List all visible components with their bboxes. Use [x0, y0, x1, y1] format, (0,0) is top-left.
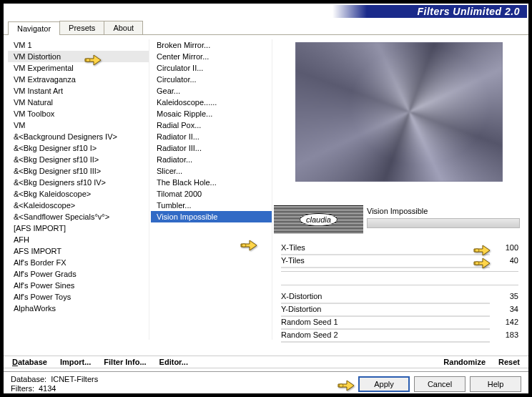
filter-info-link[interactable]: Filter Info... — [104, 358, 146, 366]
filter-item[interactable]: Center Mirror... — [151, 51, 272, 62]
filter-item[interactable]: Circulator... — [151, 74, 272, 85]
category-item[interactable]: VM Toolbox — [8, 108, 149, 119]
filter-item[interactable]: Slicer... — [151, 165, 272, 177]
filter-column: Broken Mirror...Center Mirror...Circulat… — [151, 39, 272, 353]
tab-about[interactable]: About — [104, 21, 143, 34]
preview-image — [295, 42, 503, 182]
param-row[interactable]: X-Tiles100 — [281, 241, 518, 254]
category-item[interactable]: Alf's Power Grads — [8, 268, 149, 280]
param-row[interactable]: Y-Distortion34 — [281, 303, 518, 315]
category-item[interactable]: Alf's Power Toys — [8, 291, 149, 303]
category-item[interactable]: VM Natural — [8, 97, 149, 108]
param-value: 40 — [490, 256, 518, 265]
category-item[interactable]: AFH — [8, 234, 149, 245]
param-slider[interactable] — [281, 267, 490, 268]
param-value: 34 — [490, 305, 518, 313]
filter-item[interactable]: The Black Hole... — [151, 177, 272, 188]
category-item[interactable]: &<Bkg Designer sf10 II> — [8, 154, 149, 165]
param-name: Y-Tiles — [281, 256, 490, 265]
current-filter-label: Vision Impossible — [367, 207, 520, 215]
category-list[interactable]: VM 1VM DistortionVM ExperimentalVM Extra… — [8, 39, 149, 340]
category-item[interactable]: &<Bkg Designer sf10 I> — [8, 142, 149, 154]
param-row[interactable]: Random Seed 2183 — [281, 328, 518, 341]
apply-button[interactable]: Apply — [358, 376, 410, 392]
category-item[interactable]: &<Background Designers IV> — [8, 131, 149, 142]
status-filters-label: Filters: — [11, 384, 34, 393]
param-name: Y-Distortion — [281, 305, 490, 313]
category-item[interactable]: &<Bkg Kaleidoscope> — [8, 188, 149, 200]
param-slider[interactable] — [281, 341, 490, 343]
database-link[interactable]: Database — [12, 358, 47, 366]
category-item[interactable]: VM — [8, 119, 149, 131]
randomize-link[interactable]: Randomize — [443, 358, 486, 366]
category-item[interactable]: AFS IMPORT — [8, 245, 149, 257]
filter-item[interactable]: Kaleidoscope...... — [151, 97, 272, 108]
action-links-bar: Database Import... Filter Info... Editor… — [4, 356, 528, 368]
param-name: X-Tiles — [281, 243, 490, 252]
category-column: VM 1VM DistortionVM ExperimentalVM Extra… — [8, 39, 149, 353]
editor-link[interactable]: Editor... — [159, 358, 188, 366]
tab-presets[interactable]: Presets — [59, 21, 104, 34]
watermark-text: claudia — [300, 213, 338, 226]
import-link[interactable]: Import... — [60, 358, 91, 366]
param-row[interactable]: Random Seed 1142 — [281, 315, 518, 328]
category-item[interactable]: Alf's Power Sines — [8, 280, 149, 291]
divider — [281, 285, 518, 285]
status-bar: Database: ICNET-Filters Filters: 4134 Ap… — [4, 371, 528, 394]
filter-item[interactable]: Radiator II... — [151, 131, 272, 142]
filter-item[interactable]: Vision Impossible — [151, 211, 272, 222]
category-item[interactable]: Alf's Border FX — [8, 257, 149, 268]
category-item[interactable]: [AFS IMPORT] — [8, 222, 149, 234]
param-name: Random Seed 2 — [281, 330, 490, 339]
pointer-icon — [337, 377, 355, 391]
category-item[interactable]: VM Distortion — [8, 51, 149, 62]
category-item[interactable]: AlphaWorks — [8, 303, 149, 314]
preview-column: claudia Vision Impossible X-Tiles100Y-Ti… — [274, 39, 524, 353]
category-item[interactable]: &<Kaleidoscope> — [8, 200, 149, 211]
category-item[interactable]: VM Extravaganza — [8, 74, 149, 85]
filter-item[interactable]: Radial Pox... — [151, 119, 272, 131]
category-item[interactable]: &<Sandflower Specials°v°> — [8, 211, 149, 222]
param-value: 183 — [490, 330, 518, 339]
status-info: Database: ICNET-Filters Filters: 4134 — [11, 375, 98, 393]
category-item[interactable]: VM Instant Art — [8, 85, 149, 97]
status-db-value: ICNET-Filters — [51, 375, 98, 383]
filter-item[interactable]: Circulator II... — [151, 62, 272, 74]
param-value: 142 — [490, 318, 518, 326]
app-title: Filters Unlimited 2.0 — [417, 6, 520, 17]
help-button[interactable]: Help — [470, 376, 521, 392]
app-window: Filters Unlimited 2.0 NavigatorPresetsAb… — [3, 3, 529, 394]
param-row[interactable]: Y-Tiles40 — [281, 254, 518, 267]
filter-item[interactable]: Mosaic Ripple... — [151, 108, 272, 119]
filter-item[interactable]: Tumbler... — [151, 200, 272, 211]
param-value: 35 — [490, 292, 518, 300]
divider — [281, 271, 518, 272]
reset-link[interactable]: Reset — [498, 358, 520, 366]
status-db-label: Database: — [11, 375, 46, 383]
filter-title-bar — [367, 218, 520, 228]
category-item[interactable]: VM 1 — [8, 39, 149, 51]
watermark-badge: claudia — [274, 205, 363, 234]
parameters-panel: X-Tiles100Y-Tiles40 X-Distortion35Y-Dist… — [281, 241, 518, 341]
dialog-buttons: Apply Cancel Help — [358, 376, 521, 392]
content-area: VM 1VM DistortionVM ExperimentalVM Extra… — [4, 35, 528, 356]
filter-item[interactable]: Radiator III... — [151, 142, 272, 154]
filter-item[interactable]: Gear... — [151, 85, 272, 97]
param-row[interactable]: X-Distortion35 — [281, 290, 518, 303]
param-value: 100 — [490, 243, 518, 252]
category-item[interactable]: &<Bkg Designer sf10 III> — [8, 165, 149, 177]
tab-navigator[interactable]: Navigator — [8, 21, 60, 35]
filter-item[interactable]: Tilomat 2000 — [151, 188, 272, 200]
filter-item[interactable]: Radiator... — [151, 154, 272, 165]
param-name: X-Distortion — [281, 292, 490, 300]
title-bar: Filters Unlimited 2.0 — [4, 4, 528, 19]
title-banner: Filters Unlimited 2.0 — [298, 5, 527, 18]
cancel-button[interactable]: Cancel — [414, 376, 466, 392]
filter-list[interactable]: Broken Mirror...Center Mirror...Circulat… — [151, 39, 272, 340]
current-filter-row: Vision Impossible — [367, 207, 520, 228]
param-name: Random Seed 1 — [281, 318, 490, 326]
status-filters-value: 4134 — [39, 384, 56, 393]
category-item[interactable]: &<Bkg Designers sf10 IV> — [8, 177, 149, 188]
filter-item[interactable]: Broken Mirror... — [151, 39, 272, 51]
category-item[interactable]: VM Experimental — [8, 62, 149, 74]
